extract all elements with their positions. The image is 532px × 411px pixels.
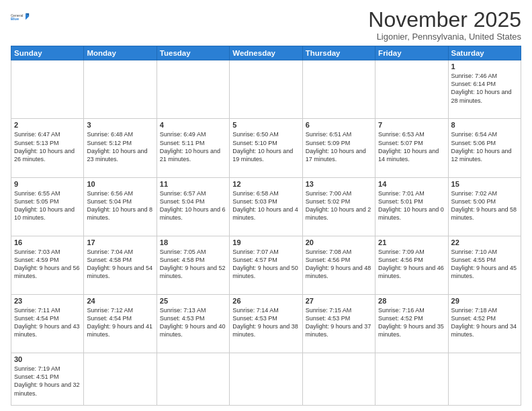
day-number: 18: [160, 238, 226, 246]
day-number: 15: [451, 180, 518, 188]
day-info: Sunrise: 7:07 AM Sunset: 4:57 PM Dayligh…: [232, 248, 299, 281]
day-number: 3: [87, 121, 153, 129]
calendar-cell: 10Sunrise: 6:56 AM Sunset: 5:04 PM Dayli…: [84, 177, 157, 236]
calendar-week-row-2: 2Sunrise: 6:47 AM Sunset: 5:13 PM Daylig…: [11, 119, 521, 177]
day-info: Sunrise: 6:57 AM Sunset: 5:04 PM Dayligh…: [160, 189, 226, 222]
calendar-cell: [157, 353, 229, 406]
calendar-cell: 26Sunrise: 7:14 AM Sunset: 4:53 PM Dayli…: [230, 295, 302, 353]
calendar-cell: 9Sunrise: 6:55 AM Sunset: 5:05 PM Daylig…: [11, 177, 84, 236]
day-number: 2: [14, 121, 81, 129]
svg-text:Blue: Blue: [11, 17, 19, 21]
location: Ligonier, Pennsylvania, United States: [368, 32, 521, 42]
calendar-cell: 13Sunrise: 7:00 AM Sunset: 5:02 PM Dayli…: [302, 177, 375, 236]
day-number: 23: [14, 297, 81, 305]
day-info: Sunrise: 7:19 AM Sunset: 4:51 PM Dayligh…: [14, 365, 81, 398]
calendar-cell: [302, 60, 375, 119]
calendar-cell: 14Sunrise: 7:01 AM Sunset: 5:01 PM Dayli…: [375, 177, 448, 236]
weekday-header-thursday: Thursday: [302, 46, 375, 60]
calendar-cell: 3Sunrise: 6:48 AM Sunset: 5:12 PM Daylig…: [84, 119, 157, 177]
calendar-cell: [11, 60, 84, 119]
calendar-cell: [230, 353, 302, 406]
day-number: 24: [87, 297, 153, 305]
calendar-cell: 17Sunrise: 7:04 AM Sunset: 4:58 PM Dayli…: [84, 236, 157, 294]
day-number: 6: [306, 121, 372, 129]
day-number: 9: [14, 180, 81, 188]
day-number: 5: [232, 121, 299, 129]
day-info: Sunrise: 7:09 AM Sunset: 4:56 PM Dayligh…: [378, 248, 445, 281]
page: GeneralBlue November 2025 Ligonier, Penn…: [0, 0, 532, 411]
day-number: 20: [306, 238, 372, 246]
calendar-week-row-5: 23Sunrise: 7:11 AM Sunset: 4:54 PM Dayli…: [11, 295, 521, 353]
calendar-table: SundayMondayTuesdayWednesdayThursdayFrid…: [11, 46, 521, 406]
calendar-cell: 16Sunrise: 7:03 AM Sunset: 4:59 PM Dayli…: [11, 236, 84, 294]
svg-text:General: General: [11, 13, 23, 17]
day-number: 21: [378, 238, 445, 246]
calendar-cell: [302, 353, 375, 406]
day-info: Sunrise: 7:01 AM Sunset: 5:01 PM Dayligh…: [378, 189, 445, 222]
day-info: Sunrise: 7:10 AM Sunset: 4:55 PM Dayligh…: [451, 248, 518, 281]
day-info: Sunrise: 7:05 AM Sunset: 4:58 PM Dayligh…: [160, 248, 226, 281]
calendar-cell: 19Sunrise: 7:07 AM Sunset: 4:57 PM Dayli…: [230, 236, 302, 294]
calendar-cell: 23Sunrise: 7:11 AM Sunset: 4:54 PM Dayli…: [11, 295, 84, 353]
logo: GeneralBlue: [11, 8, 30, 27]
day-info: Sunrise: 7:04 AM Sunset: 4:58 PM Dayligh…: [87, 248, 153, 281]
day-number: 1: [451, 62, 518, 71]
day-info: Sunrise: 6:48 AM Sunset: 5:12 PM Dayligh…: [87, 130, 153, 163]
day-info: Sunrise: 7:16 AM Sunset: 4:52 PM Dayligh…: [378, 306, 445, 339]
calendar-cell: 11Sunrise: 6:57 AM Sunset: 5:04 PM Dayli…: [157, 177, 229, 236]
day-number: 14: [378, 180, 445, 188]
day-number: 10: [87, 180, 153, 188]
weekday-header-sunday: Sunday: [11, 46, 84, 60]
day-info: Sunrise: 7:18 AM Sunset: 4:52 PM Dayligh…: [451, 306, 518, 339]
day-info: Sunrise: 7:08 AM Sunset: 4:56 PM Dayligh…: [306, 248, 372, 281]
day-number: 4: [160, 121, 226, 129]
calendar-cell: 7Sunrise: 6:53 AM Sunset: 5:07 PM Daylig…: [375, 119, 448, 177]
day-number: 17: [87, 238, 153, 246]
day-number: 13: [306, 180, 372, 188]
weekday-header-monday: Monday: [84, 46, 157, 60]
day-number: 12: [232, 180, 299, 188]
calendar-cell: 1Sunrise: 7:46 AM Sunset: 6:14 PM Daylig…: [448, 60, 521, 119]
day-number: 19: [232, 238, 299, 246]
calendar-cell: [84, 353, 157, 406]
weekday-header-tuesday: Tuesday: [157, 46, 229, 60]
calendar-week-row-6: 30Sunrise: 7:19 AM Sunset: 4:51 PM Dayli…: [11, 353, 521, 406]
calendar-cell: [84, 60, 157, 119]
weekday-header-row: SundayMondayTuesdayWednesdayThursdayFrid…: [11, 46, 521, 60]
day-info: Sunrise: 7:46 AM Sunset: 6:14 PM Dayligh…: [451, 72, 518, 105]
weekday-header-wednesday: Wednesday: [230, 46, 302, 60]
title-block: November 2025 Ligonier, Pennsylvania, Un…: [368, 8, 521, 42]
calendar-cell: 30Sunrise: 7:19 AM Sunset: 4:51 PM Dayli…: [11, 353, 84, 406]
calendar-cell: 2Sunrise: 6:47 AM Sunset: 5:13 PM Daylig…: [11, 119, 84, 177]
day-info: Sunrise: 7:15 AM Sunset: 4:53 PM Dayligh…: [306, 306, 372, 339]
day-info: Sunrise: 7:14 AM Sunset: 4:53 PM Dayligh…: [232, 306, 299, 339]
calendar-cell: [375, 60, 448, 119]
day-info: Sunrise: 6:51 AM Sunset: 5:09 PM Dayligh…: [306, 130, 372, 163]
calendar-cell: 22Sunrise: 7:10 AM Sunset: 4:55 PM Dayli…: [448, 236, 521, 294]
calendar-week-row-1: 1Sunrise: 7:46 AM Sunset: 6:14 PM Daylig…: [11, 60, 521, 119]
day-number: 16: [14, 238, 81, 246]
day-info: Sunrise: 6:58 AM Sunset: 5:03 PM Dayligh…: [232, 189, 299, 222]
weekday-header-friday: Friday: [375, 46, 448, 60]
calendar-cell: 20Sunrise: 7:08 AM Sunset: 4:56 PM Dayli…: [302, 236, 375, 294]
day-number: 25: [160, 297, 226, 305]
day-info: Sunrise: 6:50 AM Sunset: 5:10 PM Dayligh…: [232, 130, 299, 163]
day-number: 7: [378, 121, 445, 129]
calendar-cell: 6Sunrise: 6:51 AM Sunset: 5:09 PM Daylig…: [302, 119, 375, 177]
logo-icon: GeneralBlue: [11, 8, 30, 27]
weekday-header-saturday: Saturday: [448, 46, 521, 60]
day-info: Sunrise: 7:00 AM Sunset: 5:02 PM Dayligh…: [306, 189, 372, 222]
calendar-cell: [157, 60, 229, 119]
day-info: Sunrise: 6:49 AM Sunset: 5:11 PM Dayligh…: [160, 130, 226, 163]
day-info: Sunrise: 7:11 AM Sunset: 4:54 PM Dayligh…: [14, 306, 81, 339]
month-title: November 2025: [368, 8, 521, 32]
day-number: 29: [451, 297, 518, 305]
day-number: 11: [160, 180, 226, 188]
day-info: Sunrise: 7:03 AM Sunset: 4:59 PM Dayligh…: [14, 248, 81, 281]
day-number: 26: [232, 297, 299, 305]
calendar-cell: 4Sunrise: 6:49 AM Sunset: 5:11 PM Daylig…: [157, 119, 229, 177]
day-info: Sunrise: 6:56 AM Sunset: 5:04 PM Dayligh…: [87, 189, 153, 222]
calendar-cell: 29Sunrise: 7:18 AM Sunset: 4:52 PM Dayli…: [448, 295, 521, 353]
calendar-cell: 28Sunrise: 7:16 AM Sunset: 4:52 PM Dayli…: [375, 295, 448, 353]
calendar-cell: [230, 60, 302, 119]
